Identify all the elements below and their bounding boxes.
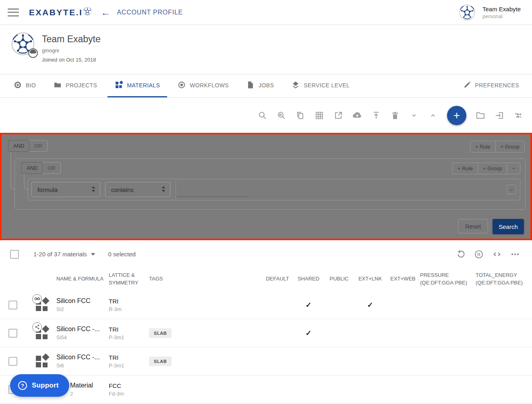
folder-filled-icon xyxy=(54,81,62,90)
materials-toolbar: + xyxy=(0,98,532,133)
person-badge-icon xyxy=(28,48,38,58)
pause-circle-icon[interactable] xyxy=(474,249,484,259)
link-badge-icon xyxy=(32,294,42,304)
outer-add-rule-button[interactable]: + Rule xyxy=(470,141,496,153)
undo-icon[interactable] xyxy=(456,249,466,259)
outer-add-group-button[interactable]: + Group xyxy=(495,141,525,153)
query-builder-panel: AND OR + Rule + Group AND OR + Rule + Gr… xyxy=(0,133,532,240)
symmetry-group: R-3m xyxy=(109,306,149,312)
lattice-type: FCC xyxy=(109,382,149,389)
tab-jobs[interactable]: JOBS xyxy=(239,74,281,97)
soccer-ball-icon xyxy=(83,7,92,18)
more-horiz-icon[interactable] xyxy=(510,249,520,259)
column-header: EXT+LNK xyxy=(354,275,386,283)
reset-button[interactable]: Reset xyxy=(458,219,488,233)
tab-bio[interactable]: BIO xyxy=(6,74,43,97)
table-row[interactable]: Silicon FCC -... Si54 TRI P-3m1 SLAB ✓ xyxy=(0,319,532,347)
add-fab-button[interactable]: + xyxy=(447,106,466,125)
caret-down-icon xyxy=(91,253,95,256)
upload-icon[interactable] xyxy=(371,111,381,120)
query-rule-row: formula contains − xyxy=(28,179,520,200)
column-header: LATTICE &SYMMETRY xyxy=(109,271,149,287)
rule-divider xyxy=(176,180,176,199)
material-formula: Si2 xyxy=(56,306,109,312)
material-name[interactable]: Material xyxy=(70,382,109,389)
material-name[interactable]: Silicon FCC -... xyxy=(56,354,109,361)
tag-chip: SLAB xyxy=(149,328,172,338)
tab-preferences[interactable]: PREFERENCES xyxy=(456,74,526,97)
target-icon xyxy=(178,81,186,90)
cloud-upload-icon[interactable] xyxy=(352,111,362,120)
pagination-range[interactable]: 1-20 of 37 materials xyxy=(33,251,95,258)
tab-projects[interactable]: PROJECTS xyxy=(46,74,104,97)
material-formula: Si54 xyxy=(56,334,109,340)
column-header: NAME & FORMULA xyxy=(56,275,109,283)
user-name: Team Exabyte xyxy=(482,6,521,12)
symmetry-group: Fd-3m xyxy=(109,391,149,397)
grid-icon[interactable] xyxy=(315,111,324,120)
delete-icon[interactable] xyxy=(390,111,400,120)
back-arrow-icon[interactable]: ← xyxy=(101,8,110,17)
search-button[interactable]: Search xyxy=(493,219,524,234)
open-in-new-icon[interactable] xyxy=(333,111,343,120)
support-button[interactable]: ? Support xyxy=(10,374,69,397)
lattice-type: TRI xyxy=(109,298,149,305)
account-type: personal xyxy=(482,13,521,19)
row-checkbox[interactable] xyxy=(8,329,17,338)
remove-group-button[interactable]: − xyxy=(507,163,520,174)
search-again-icon[interactable] xyxy=(277,111,286,120)
material-name[interactable]: Silicon FCC -... xyxy=(56,326,109,333)
unfold-more-icon xyxy=(91,186,96,194)
column-header: SHARED xyxy=(293,275,324,283)
copy-icon[interactable] xyxy=(296,111,305,120)
exit-to-app-icon[interactable] xyxy=(495,111,504,120)
profile-section: Team Exabyte gmogni Joined on Oct 15, 20… xyxy=(0,25,532,74)
row-checkbox[interactable] xyxy=(8,301,17,309)
tab-workflows[interactable]: WORKFLOWS xyxy=(170,74,236,97)
page-title: ACCOUNT PROFILE xyxy=(117,9,183,16)
inner-add-group-button[interactable]: + Group xyxy=(478,163,507,174)
checkmark-icon: ✓ xyxy=(293,301,324,309)
chevron-down-icon[interactable] xyxy=(409,111,419,120)
user-avatar[interactable] xyxy=(459,4,475,21)
checkmark-icon: ✓ xyxy=(293,329,324,338)
outer-or-button[interactable]: OR xyxy=(29,140,48,152)
app-bar: EXABYTE.I ← ACCOUNT PROFILE Team Exabyte… xyxy=(0,0,532,25)
select-all-checkbox[interactable] xyxy=(10,250,19,259)
inner-and-or-toggle: AND OR xyxy=(21,162,61,174)
symmetry-group: P-3m1 xyxy=(109,334,149,340)
folder-icon[interactable] xyxy=(476,111,485,120)
tab-materials[interactable]: MATERIALS xyxy=(108,74,167,97)
inner-add-rule-button[interactable]: + Rule xyxy=(452,163,478,174)
exabyte-logo[interactable]: EXABYTE.I xyxy=(29,7,92,18)
rule-field-select[interactable]: formula xyxy=(31,182,100,197)
code-icon[interactable] xyxy=(492,249,502,259)
materials-icon xyxy=(115,81,123,90)
document-icon xyxy=(246,81,255,90)
unfold-more-icon xyxy=(161,186,166,194)
menu-icon[interactable] xyxy=(8,8,19,16)
rule-value-input[interactable] xyxy=(177,185,248,197)
column-header: PRESSURE(QE:DFT:GGA:PBE) xyxy=(420,271,476,287)
inner-or-button[interactable]: OR xyxy=(42,162,61,174)
checkmark-icon: ✓ xyxy=(354,301,386,309)
search-icon[interactable] xyxy=(258,111,267,120)
row-checkbox[interactable] xyxy=(8,357,17,366)
remove-rule-button[interactable]: − xyxy=(507,185,516,194)
symmetry-group: P-3m1 xyxy=(109,363,149,369)
material-name[interactable]: Silicon FCC xyxy=(56,297,109,305)
rule-operator-select[interactable]: contains xyxy=(105,182,170,197)
table-row[interactable]: Material 2 FCC Fd-3m xyxy=(0,375,532,404)
tab-service-level[interactable]: SERVICE LEVEL xyxy=(284,74,357,97)
table-row[interactable]: Silicon FCC Si2 TRI R-3m ✓✓ xyxy=(0,291,532,319)
group-add-icon[interactable] xyxy=(513,111,523,120)
profile-joined-date: Joined on Oct 15, 2018 xyxy=(42,57,96,63)
chevron-up-icon[interactable] xyxy=(428,111,438,120)
inner-and-button[interactable]: AND xyxy=(21,162,43,174)
outer-and-button[interactable]: AND xyxy=(8,140,29,152)
lattice-type: TRI xyxy=(109,326,149,333)
share-badge-icon xyxy=(32,322,42,332)
table-row[interactable]: Silicon FCC -... Si6 TRI P-3m1 SLAB xyxy=(0,347,532,375)
column-header: TAGS xyxy=(149,275,262,283)
inner-group-actions: + Rule + Group − xyxy=(452,163,520,174)
